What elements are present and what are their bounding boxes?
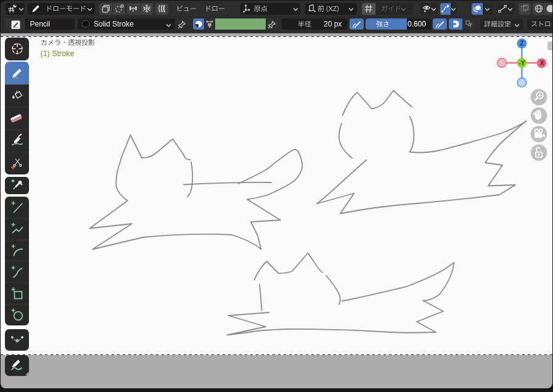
svg-text:Z: Z: [520, 40, 523, 47]
svg-text:X: X: [540, 60, 544, 67]
svg-text:-Y: -Y: [519, 60, 525, 67]
